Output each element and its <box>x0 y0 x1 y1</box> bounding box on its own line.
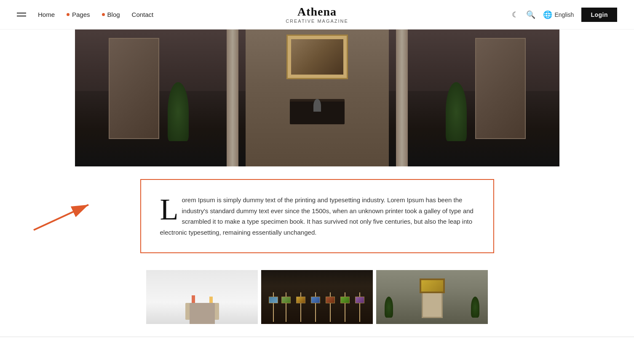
hero-plant-right <box>446 82 467 141</box>
hero-painting <box>288 36 347 78</box>
hero-background <box>75 29 559 166</box>
arrow-container <box>21 196 97 240</box>
search-icon[interactable]: 🔍 <box>526 10 535 19</box>
hero-figure <box>313 99 321 112</box>
easel-3 <box>297 292 305 322</box>
easel-4 <box>312 292 319 322</box>
easel-7 <box>356 292 364 322</box>
footer-divider <box>0 337 634 337</box>
nav-right: ☾ 🔍 🌐 English Login <box>512 8 617 22</box>
pointer-arrow-icon <box>21 196 97 238</box>
navbar: Home Pages Blog Contact Athena Creative … <box>0 0 634 29</box>
nav-item-blog[interactable]: Blog <box>102 11 120 18</box>
hero-image <box>75 29 559 166</box>
easel-canvas-6 <box>340 297 350 303</box>
hero-column-left <box>227 29 238 166</box>
easel-2 <box>282 292 290 322</box>
nav-item-contact[interactable]: Contact <box>132 11 154 18</box>
hamburger-menu-icon[interactable] <box>17 13 26 16</box>
nav-item-home[interactable]: Home <box>38 11 55 18</box>
easel-5 <box>326 292 334 322</box>
easel-canvas-7 <box>355 297 364 303</box>
thumbnail-2 <box>261 270 373 324</box>
easel-canvas-2 <box>281 297 291 303</box>
thumb1-item2 <box>209 297 213 303</box>
nav-label-contact: Contact <box>132 11 154 18</box>
easel-1 <box>270 292 277 322</box>
thumbnail-3 <box>376 270 488 324</box>
nav-item-pages[interactable]: Pages <box>67 11 90 18</box>
lorem-ipsum-text-box: L orem Ipsum is simply dummy text of the… <box>140 179 494 253</box>
easel-canvas-3 <box>296 297 305 303</box>
thumb1-chair <box>190 303 215 324</box>
thumb3-painting <box>420 278 445 293</box>
thumb3-plant-left <box>385 297 393 318</box>
login-button[interactable]: Login <box>581 8 617 22</box>
hero-column-right <box>396 29 408 166</box>
drop-cap-letter: L <box>160 198 179 221</box>
language-label: English <box>554 11 574 18</box>
svg-line-1 <box>34 205 88 230</box>
dark-mode-icon[interactable]: ☾ <box>512 10 519 19</box>
nav-label-home: Home <box>38 11 55 18</box>
nav-label-pages: Pages <box>72 11 90 18</box>
body-text: L orem Ipsum is simply dummy text of the… <box>160 195 474 238</box>
content-area: L orem Ipsum is simply dummy text of the… <box>0 166 634 270</box>
language-icon: 🌐 <box>543 10 552 19</box>
hero-plant-left <box>168 82 189 141</box>
thumbnail-1 <box>146 270 258 324</box>
thumbnail-2-image <box>261 270 373 324</box>
nav-label-blog: Blog <box>107 11 120 18</box>
thumbnail-3-image <box>376 270 488 324</box>
thumbnails-row <box>0 270 634 332</box>
thumb3-plant-right <box>471 297 479 318</box>
easel-canvas-5 <box>326 297 335 303</box>
easel-canvas-1 <box>269 297 278 303</box>
nav-dot-pages <box>67 13 70 16</box>
brand-title: Athena <box>286 5 348 19</box>
easel-canvas-4 <box>311 297 320 303</box>
thumb1-item1 <box>192 295 195 303</box>
nav-left: Home Pages Blog Contact <box>17 11 153 18</box>
language-selector[interactable]: 🌐 English <box>543 10 574 19</box>
thumbnail-1-image <box>146 270 258 324</box>
brand-subtitle: Creative Magazine <box>286 19 348 24</box>
nav-dot-blog <box>102 13 105 16</box>
hero-wall-right <box>475 38 526 139</box>
body-text-content: orem Ipsum is simply dummy text of the p… <box>160 196 473 236</box>
brand-logo[interactable]: Athena Creative Magazine <box>286 5 348 24</box>
easel-6 <box>341 292 349 322</box>
hero-section <box>0 29 634 166</box>
hero-wall-left <box>109 38 159 139</box>
